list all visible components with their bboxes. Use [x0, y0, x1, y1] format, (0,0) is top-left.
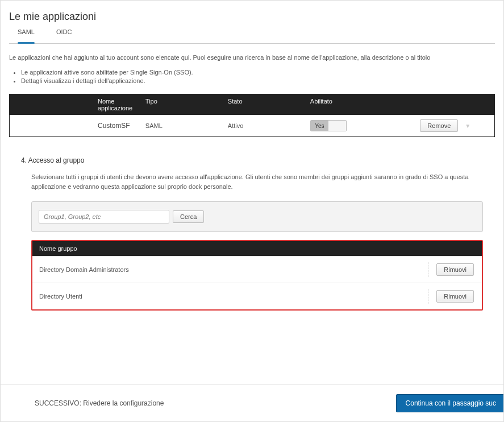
enabled-toggle[interactable]: Yes [310, 120, 347, 131]
applications-table: Nome applicazione Tipo Stato Abilitato C… [9, 94, 495, 137]
tab-saml[interactable]: SAML [18, 28, 35, 39]
col-header-state: Stato [228, 98, 310, 111]
group-name: Directory Utenti [39, 293, 82, 300]
group-search-input[interactable] [39, 210, 169, 224]
toggle-blank [328, 121, 346, 131]
app-state: Attivo [228, 122, 310, 129]
step-description: Selezionare tutti i gruppi di utenti che… [31, 172, 483, 191]
app-name: CustomSF [10, 122, 145, 130]
wizard-footer: SUCCESSIVO: Rivedere la configurazione C… [1, 384, 503, 421]
bullet-details: Dettagli visualizza i dettagli dell'appl… [21, 77, 503, 84]
step-title: 4. Accesso al gruppo [21, 156, 483, 164]
group-search-button[interactable]: Cerca [173, 210, 204, 223]
divider [428, 262, 428, 277]
group-table-header: Nome gruppo [32, 241, 482, 256]
tab-bar: SAML OIDC [9, 28, 495, 44]
col-header-name: Nome applicazione [10, 98, 145, 111]
toggle-yes-label: Yes [311, 121, 328, 131]
app-type: SAML [145, 122, 228, 129]
step-group-access: 4. Accesso al gruppo Selezionare tutti i… [21, 156, 483, 311]
applications-table-header: Nome applicazione Tipo Stato Abilitato [10, 94, 494, 115]
group-table: Nome gruppo Directory Domain Administrat… [31, 240, 483, 311]
remove-group-button[interactable]: Rimuovi [436, 263, 474, 276]
group-search-panel: Cerca [31, 201, 483, 232]
remove-group-button[interactable]: Rimuovi [436, 290, 474, 303]
step-number: 4. [21, 156, 27, 164]
bullet-sso: Le applicazioni attive sono abilitate pe… [21, 69, 503, 76]
col-header-enabled: Abilitato [310, 98, 398, 111]
intro-text: Le applicazioni che hai aggiunto al tuo … [1, 54, 503, 65]
col-header-type: Tipo [145, 98, 228, 111]
expand-chevron-icon[interactable]: ▼ [465, 123, 470, 129]
group-name: Directory Domain Administrators [39, 266, 129, 273]
step-title-text: Accesso al gruppo [28, 156, 85, 164]
intro-bullets: Le applicazioni attive sono abilitate pe… [1, 65, 503, 94]
tab-oidc[interactable]: OIDC [56, 28, 72, 39]
group-row: Directory Utenti Rimuovi [32, 283, 482, 309]
next-step-label: SUCCESSIVO: Rivedere la configurazione [35, 399, 164, 407]
remove-app-button[interactable]: Remove [420, 119, 458, 132]
application-row: CustomSF SAML Attivo Yes Remove ▼ [10, 115, 494, 136]
continue-button[interactable]: Continua con il passaggio suc [396, 394, 504, 412]
divider [428, 289, 428, 304]
group-row: Directory Domain Administrators Rimuovi [32, 256, 482, 283]
page-title: Le mie applicazioni [1, 1, 503, 28]
